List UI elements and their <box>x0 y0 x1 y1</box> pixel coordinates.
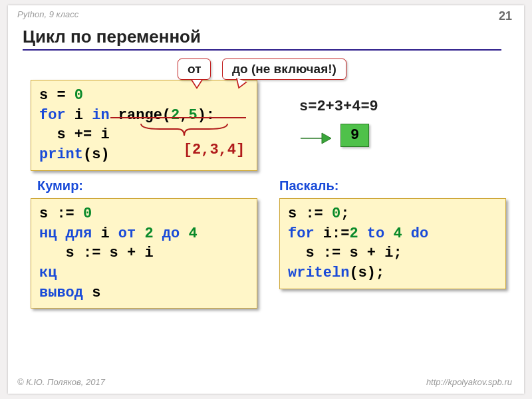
page-number: 21 <box>499 9 512 23</box>
code-text <box>402 225 411 242</box>
arrow-icon <box>299 129 332 150</box>
result-box: 9 <box>340 124 369 147</box>
label-pascal: Паскаль: <box>279 178 338 194</box>
code-text: s := s + i; <box>288 245 402 261</box>
code-text: s := s + i <box>39 245 154 261</box>
kumir-code-box: s := 0 нц для i от 2 до 4 s := s + i кц … <box>31 198 257 309</box>
header-subject: Python, 9 класс <box>17 9 78 19</box>
code-keyword: writeln <box>288 265 349 281</box>
range-underline <box>110 117 246 118</box>
code-text: s := <box>39 205 83 222</box>
code-text: i:= <box>315 225 350 242</box>
callout-to: до (не включая!) <box>222 59 346 80</box>
title-underline <box>23 49 501 51</box>
code-text: i <box>66 107 92 124</box>
code-text: ): <box>198 107 215 124</box>
code-keyword: от <box>118 225 136 242</box>
pascal-code-box: s := 0; for i:=2 to 4 do s := s + i; wri… <box>279 198 506 289</box>
code-literal: 2 <box>349 225 358 242</box>
code-literal: 0 <box>332 205 340 222</box>
code-text: range( <box>110 107 171 124</box>
code-text: , <box>180 107 188 124</box>
code-literal: 2 <box>144 225 153 242</box>
code-keyword: to <box>367 225 384 242</box>
code-keyword: print <box>39 146 83 163</box>
label-kumir: Кумир: <box>37 178 83 194</box>
code-text: s += i <box>39 126 110 143</box>
slide: Python, 9 класс 21 Цикл по переменной s … <box>8 5 524 394</box>
code-text: s := <box>288 205 332 222</box>
code-keyword: for <box>39 107 66 124</box>
code-keyword: вывод <box>39 285 83 301</box>
code-keyword: кц <box>39 265 57 281</box>
code-text: (s); <box>349 265 384 281</box>
code-text <box>154 225 162 242</box>
range-values: [2,3,4] <box>174 142 254 158</box>
code-text: (s) <box>83 146 110 163</box>
code-text: s = <box>39 87 74 104</box>
code-keyword: нц для <box>39 225 92 242</box>
code-literal: 0 <box>74 87 83 104</box>
callout-from-tail <box>191 80 203 89</box>
code-text <box>358 225 367 242</box>
code-literal: 4 <box>393 225 402 242</box>
equation-text: s=2+3+4=9 <box>299 98 378 115</box>
code-text <box>136 225 144 242</box>
code-literal: 5 <box>188 107 197 124</box>
range-brace <box>140 122 229 137</box>
code-literal: 0 <box>83 205 92 222</box>
code-keyword: do <box>411 225 428 242</box>
code-text <box>384 225 393 242</box>
code-keyword: in <box>92 107 109 124</box>
footer-copyright: © К.Ю. Поляков, 2017 <box>17 377 105 387</box>
code-keyword: for <box>288 225 315 242</box>
code-text: s <box>83 285 100 301</box>
callout-from: от <box>178 59 211 80</box>
code-literal: 2 <box>171 107 180 124</box>
slide-title: Цикл по переменной <box>23 27 201 47</box>
code-literal: 4 <box>188 225 197 242</box>
footer-url: http://kpolyakov.spb.ru <box>426 377 512 387</box>
code-text <box>180 225 188 242</box>
code-text: ; <box>340 205 349 222</box>
code-text: i <box>92 225 118 242</box>
code-keyword: до <box>162 225 180 242</box>
